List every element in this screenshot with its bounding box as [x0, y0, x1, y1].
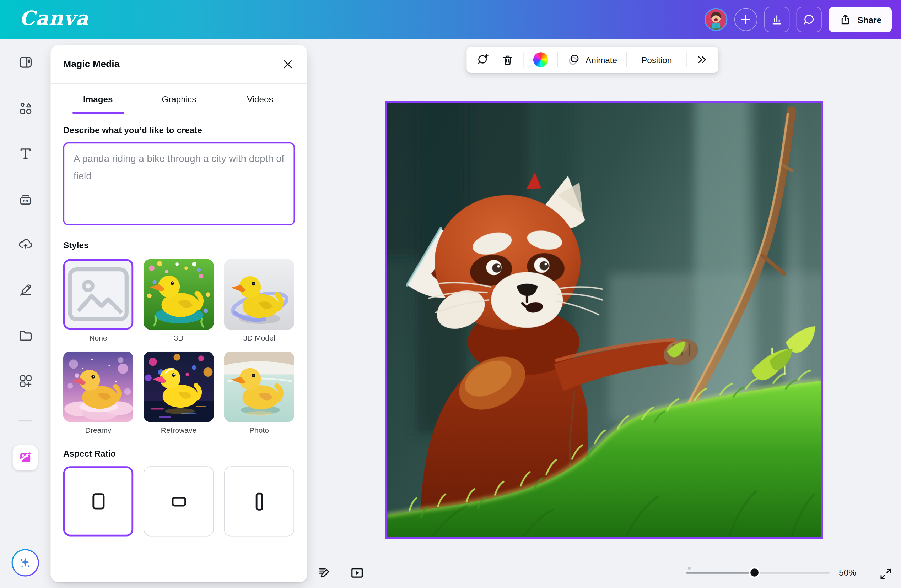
style-card-dreamy[interactable] — [63, 352, 133, 422]
sidebar-item-brand[interactable]: co — [13, 187, 38, 212]
style-thumb-dreamy — [63, 352, 133, 422]
avatar[interactable] — [705, 8, 728, 31]
toolbar-divider — [686, 52, 687, 67]
svg-text:co: co — [22, 198, 28, 204]
magic-media-app-icon — [18, 450, 33, 465]
notes-button[interactable] — [315, 563, 334, 582]
position-button[interactable]: Position — [634, 50, 679, 70]
expand-icon — [879, 567, 892, 580]
more-chevrons-icon — [696, 53, 709, 66]
style-option-retrowave: Retrowave — [143, 352, 214, 435]
delete-button[interactable] — [499, 50, 516, 70]
draw-icon — [17, 282, 33, 297]
tab-videos[interactable]: Videos — [220, 84, 301, 114]
sidebar-item-text[interactable] — [13, 141, 38, 166]
panel-header: Magic Media — [50, 45, 307, 84]
toolbar-divider — [627, 52, 627, 67]
tab-graphics[interactable]: Graphics — [139, 84, 220, 114]
aspect-option-landscape[interactable] — [143, 466, 214, 536]
style-label: 3D Model — [224, 334, 294, 342]
zoom-slider[interactable] — [686, 572, 829, 574]
red-panda-image — [387, 103, 821, 537]
sidebar-item-apps[interactable] — [13, 368, 38, 394]
toolbar-divider — [557, 52, 558, 67]
style-card-retrowave[interactable] — [143, 352, 214, 422]
brand-icon: co — [17, 191, 33, 207]
style-option-3d: 3D — [143, 259, 214, 342]
image-placeholder-icon — [65, 261, 132, 328]
close-panel-button[interactable] — [280, 56, 296, 72]
elements-icon — [17, 100, 33, 116]
add-member-button[interactable] — [734, 8, 758, 31]
style-option-dreamy: Dreamy — [63, 352, 133, 435]
ai-assistant-button[interactable] — [11, 549, 39, 577]
more-toolbar-button[interactable] — [694, 50, 710, 70]
prompt-input[interactable] — [63, 142, 295, 225]
styles-row-1: None — [63, 259, 295, 342]
trash-icon — [501, 53, 514, 66]
animate-button[interactable]: Animate — [565, 50, 619, 70]
prompt-label: Describe what you’d like to create — [63, 125, 295, 135]
present-icon — [349, 565, 365, 580]
style-card-none[interactable] — [63, 259, 133, 330]
sidebar-item-draw[interactable] — [13, 277, 38, 302]
projects-icon — [17, 328, 33, 343]
style-option-photo: Photo — [224, 352, 294, 435]
design-icon — [17, 54, 33, 70]
style-option-3d-model: 3D Model — [224, 259, 294, 342]
style-thumb-retrowave — [143, 352, 214, 422]
zoom-notch — [688, 567, 691, 569]
uploads-icon — [17, 236, 33, 251]
style-card-photo[interactable] — [224, 352, 294, 422]
topbar-actions: Share — [705, 7, 892, 32]
sidebar-item-magic-media[interactable] — [13, 445, 38, 470]
tab-images[interactable]: Images — [58, 84, 139, 114]
rail-divider — [19, 420, 32, 422]
selected-image-element[interactable] — [385, 101, 823, 539]
canva-editor: Canva — [0, 0, 901, 588]
close-icon — [282, 58, 293, 70]
styles-label: Styles — [63, 240, 295, 250]
style-label: None — [63, 334, 133, 342]
style-label: Retrowave — [143, 426, 214, 435]
position-label: Position — [641, 55, 672, 64]
comment-add-icon — [477, 53, 490, 67]
style-label: Dreamy — [63, 426, 133, 435]
styles-row-2: Dreamy — [63, 352, 295, 435]
style-thumb-photo — [224, 352, 294, 422]
avatar-image — [706, 9, 726, 30]
animate-label: Animate — [586, 55, 617, 64]
color-button[interactable] — [532, 50, 550, 70]
style-option-none: None — [63, 259, 133, 342]
sidebar-item-elements[interactable] — [13, 95, 38, 120]
canva-logo[interactable]: Canva — [20, 8, 89, 31]
present-button[interactable] — [347, 563, 367, 582]
fullscreen-button[interactable] — [876, 564, 895, 583]
zoom-control — [686, 563, 829, 582]
add-comment-button[interactable] — [475, 50, 492, 70]
ai-sparkle-icon — [18, 555, 33, 570]
insights-button[interactable] — [765, 7, 790, 32]
aspect-ratio-row — [63, 466, 295, 536]
square-ratio-icon — [92, 493, 104, 509]
text-icon — [17, 146, 33, 161]
comments-button[interactable] — [797, 7, 822, 32]
color-wheel-icon — [533, 52, 548, 67]
style-card-3d-model[interactable] — [224, 259, 294, 330]
sidebar-item-uploads[interactable] — [13, 231, 38, 256]
sidebar-item-projects[interactable] — [13, 323, 38, 348]
style-label: 3D — [143, 334, 214, 342]
magic-media-panel: Magic Media Images Graphics Videos Descr… — [50, 45, 307, 582]
share-button[interactable]: Share — [829, 7, 892, 32]
element-toolbar: Animate Position — [466, 47, 719, 73]
style-card-3d[interactable] — [143, 259, 214, 330]
sidebar-item-design[interactable] — [13, 49, 38, 75]
workspace: co — [0, 39, 901, 588]
toolbar-divider — [523, 52, 524, 67]
aspect-option-portrait[interactable] — [224, 466, 294, 536]
top-bar: Canva — [0, 0, 901, 39]
apps-icon — [17, 373, 33, 389]
zoom-slider-knob[interactable] — [750, 568, 759, 577]
share-label: Share — [858, 14, 881, 24]
aspect-option-square[interactable] — [63, 466, 133, 536]
